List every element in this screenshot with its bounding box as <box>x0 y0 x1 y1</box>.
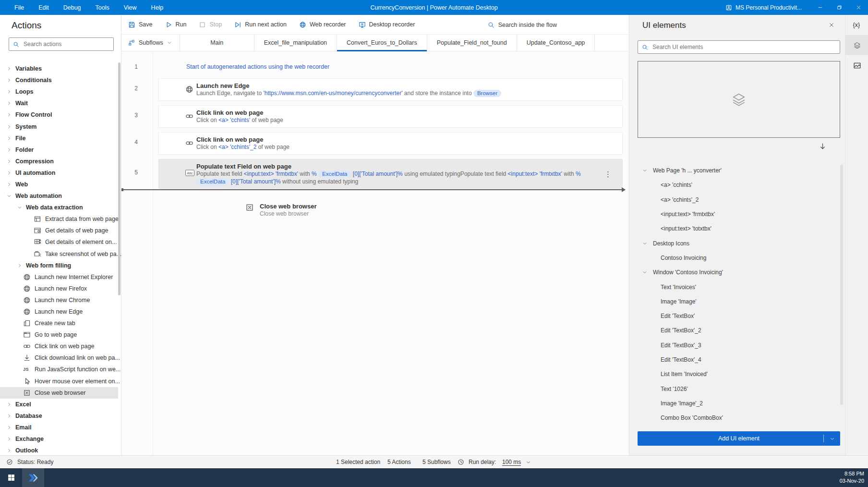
strip-variables-icon[interactable]: {x} <box>845 15 868 35</box>
sidebar-item-compression[interactable]: Compression <box>0 156 118 167</box>
sidebar-item-flow-control[interactable]: Flow Control <box>0 109 118 121</box>
taskbar-clock[interactable]: 8:58 PM 03-Nov-20 <box>840 470 864 485</box>
run-delay-dropdown[interactable] <box>526 460 531 466</box>
sidebar-item-get-details-of-element-on[interactable]: Get details of element on... <box>0 236 118 248</box>
ui-element-image-image-2[interactable]: Image 'Image'_2 <box>629 396 838 411</box>
ui-element-a-cchints-2[interactable]: <a> 'cchints'_2 <box>629 193 838 207</box>
sidebar-item-launch-new-edge[interactable]: Launch new Edge <box>0 306 118 317</box>
sidebar-item-loops[interactable]: Loops <box>0 86 118 97</box>
ui-element-edit-textbox-2[interactable]: Edit 'TextBox'_2 <box>629 323 838 338</box>
restore-button[interactable] <box>830 0 849 15</box>
ui-element-image-image[interactable]: Image 'Image' <box>629 294 838 309</box>
sidebar-item-click-download-link-on-web-pa[interactable]: Click download link on web pa... <box>0 352 118 364</box>
sidebar-item-launch-new-firefox[interactable]: Launch new Firefox <box>0 283 118 294</box>
add-ui-element-button[interactable]: Add UI element <box>638 431 840 446</box>
ui-element-desktop-icons[interactable]: Desktop Icons <box>629 236 838 250</box>
sidebar-item-file[interactable]: File <box>0 133 118 144</box>
menu-tools[interactable]: Tools <box>96 4 109 11</box>
status-bar: Status: Ready 1 Selected action 5 Action… <box>0 455 868 468</box>
sidebar-item-click-link-on-web-page[interactable]: Click link on web page <box>0 341 118 352</box>
sidebar-item-extract-data-from-web-page[interactable]: Extract data from web page <box>0 213 118 225</box>
tab-update-contoso-app[interactable]: Update_Contoso_app <box>517 35 595 51</box>
sidebar-item-database[interactable]: Database <box>0 410 118 422</box>
stop-button[interactable]: Stop <box>199 21 222 28</box>
sidebar-item-create-new-tab[interactable]: Create new tab <box>0 317 118 329</box>
sidebar-item-exchange[interactable]: Exchange <box>0 433 118 445</box>
taskbar-power-automate-app[interactable] <box>22 468 44 487</box>
sidebar-item-folder[interactable]: Folder <box>0 144 118 156</box>
sidebar-item-wait[interactable]: Wait <box>0 97 118 109</box>
run-next-action-button[interactable]: Run next action <box>234 21 287 28</box>
minimize-button[interactable] <box>810 0 830 15</box>
sidebar-item-email[interactable]: Email <box>0 422 118 433</box>
account-label[interactable]: MS Personal Productivit... <box>735 4 802 11</box>
sidebar-item-go-to-web-page[interactable]: Go to web page <box>0 329 118 341</box>
flow-action-row-5[interactable]: AbcPopulate text Field on web pagePopula… <box>158 159 623 189</box>
ui-element-a-cchints[interactable]: <a> 'cchints' <box>629 178 838 192</box>
ui-elements-search-input[interactable] <box>651 43 836 51</box>
ui-element-text-invoices[interactable]: Text 'Invoices' <box>629 280 838 294</box>
ui-element-edit-textbox[interactable]: Edit 'TextBox' <box>629 309 838 323</box>
ui-element-edit-textbox-4[interactable]: Edit 'TextBox'_4 <box>629 353 838 367</box>
ui-element-input-text-totxtbx[interactable]: <input:text> 'totxtbx' <box>629 221 838 236</box>
strip-image-icon[interactable] <box>845 55 868 75</box>
flow-comment-row[interactable]: Start of autogenerated actions using the… <box>186 63 329 70</box>
ui-element-text-1026[interactable]: Text '1026' <box>629 381 838 396</box>
sidebar-item-close-web-browser[interactable]: Close web browser <box>0 387 118 399</box>
save-button[interactable]: Save <box>128 21 153 28</box>
sidebar-item-ui-automation[interactable]: UI automation <box>0 167 118 179</box>
ui-elements-search[interactable] <box>638 40 840 54</box>
run-delay-value[interactable]: 100 ms <box>502 459 521 466</box>
actions-scrollbar[interactable] <box>118 62 121 295</box>
subflows-dropdown[interactable]: Subflows <box>121 35 180 51</box>
description-segment: without using emulated typing <box>281 178 358 185</box>
ui-element-window-contoso-invoicing[interactable]: Window 'Contoso Invoicing' <box>629 265 838 280</box>
row-menu-button[interactable]: ⋮ <box>604 170 612 178</box>
sidebar-item-hover-mouse-over-element-on[interactable]: Hover mouse over element on... <box>0 376 118 387</box>
search-inside-flow[interactable]: Search inside the flow <box>488 15 557 35</box>
ui-element-web-page-h-yconverter[interactable]: Web Page 'h ... yconverter' <box>629 163 838 178</box>
menu-edit[interactable]: Edit <box>38 4 49 11</box>
menu-view[interactable]: View <box>124 4 137 11</box>
close-button[interactable] <box>849 0 868 15</box>
ui-element-edit-textbox-3[interactable]: Edit 'TextBox'_3 <box>629 338 838 353</box>
ui-elements-scrollbar[interactable] <box>840 165 843 405</box>
menu-debug[interactable]: Debug <box>63 4 81 11</box>
tab-excel-file-manipulation[interactable]: Excel_file_manipulation <box>254 35 337 51</box>
sidebar-item-conditionals[interactable]: Conditionals <box>0 74 118 86</box>
sidebar-item-launch-new-internet-explorer[interactable]: Launch new Internet Explorer <box>0 271 118 283</box>
ui-element-list-item-invoiced[interactable]: List Item 'Invoiced' <box>629 367 838 381</box>
ui-element-input-text-frmtxtbx[interactable]: <input:text> 'frmtxtbx' <box>629 207 838 221</box>
web-recorder-button[interactable]: Web recorder <box>299 21 346 28</box>
desktop-recorder-button[interactable]: Desktop recorder <box>359 21 415 28</box>
sidebar-item-get-details-of-web-page[interactable]: Get details of web page <box>0 225 118 236</box>
start-button[interactable] <box>0 468 22 487</box>
sidebar-item-variables[interactable]: Variables <box>0 63 118 74</box>
sidebar-item-take-screenshot-of-web-pa[interactable]: Take screenshot of web pa... <box>0 248 118 260</box>
close-panel-button[interactable] <box>829 21 837 30</box>
ui-element-contoso-invoicing[interactable]: Contoso Invoicing <box>629 251 838 265</box>
sidebar-item-excel[interactable]: Excel <box>0 399 118 410</box>
actions-search[interactable] <box>9 37 114 51</box>
chevron-down-icon[interactable] <box>830 436 835 441</box>
sidebar-item-web[interactable]: Web <box>0 179 118 190</box>
flow-action-row-4[interactable]: Click link on web pageClick on <a> 'cchi… <box>158 132 623 155</box>
sidebar-item-web-data-extraction[interactable]: Web data extraction <box>0 202 118 213</box>
flow-action-row-2[interactable]: Launch new EdgeLaunch Edge, navigate to … <box>158 78 623 101</box>
sidebar-item-run-javascript-function-on-we[interactable]: JSRun JavaScript function on we... <box>0 364 118 375</box>
tab-convert-euros-to-dollars[interactable]: Convert_Euros_to_Dollars <box>337 35 427 51</box>
tab-main[interactable]: Main <box>180 35 254 51</box>
flow-action-row-3[interactable]: Click link on web pageClick on <a> 'cchi… <box>158 105 623 128</box>
ui-element-combo-box-combobox[interactable]: Combo Box 'ComboBox' <box>629 411 838 425</box>
menu-file[interactable]: File <box>14 4 24 11</box>
sidebar-item-web-form-filling[interactable]: Web form filling <box>0 260 118 271</box>
tab-populate-field-not-found[interactable]: Populate_Field_not_found <box>427 35 517 51</box>
actions-search-input[interactable] <box>23 40 109 48</box>
sidebar-item-outlook[interactable]: Outlook <box>0 445 118 456</box>
menu-help[interactable]: Help <box>151 4 164 11</box>
sidebar-item-system[interactable]: System <box>0 121 118 132</box>
sidebar-item-web-automation[interactable]: Web automation <box>0 190 118 202</box>
strip-layers-icon[interactable] <box>845 35 868 55</box>
run-button[interactable]: Run <box>165 21 187 28</box>
sidebar-item-launch-new-chrome[interactable]: Launch new Chrome <box>0 294 118 306</box>
